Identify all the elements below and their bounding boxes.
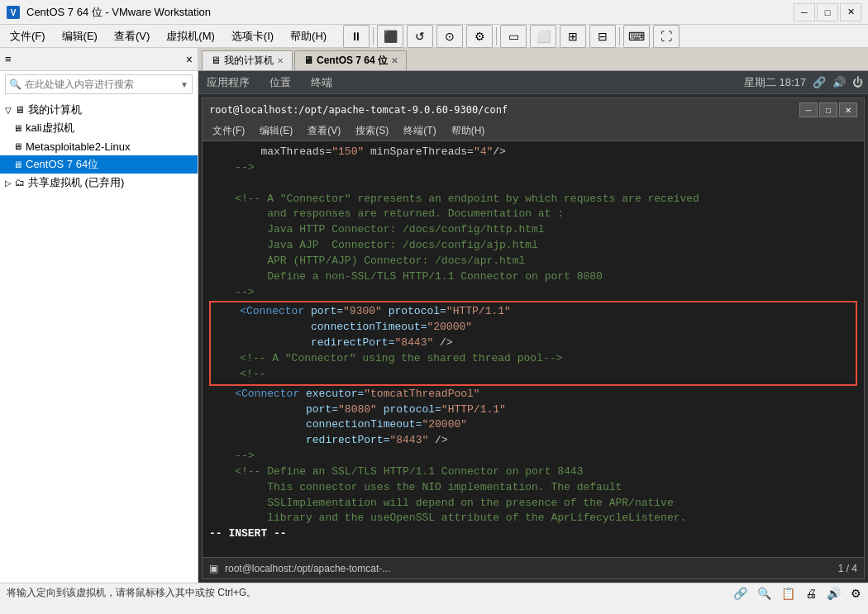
tab-label: CentOS 7 64 位 (317, 54, 388, 68)
code-line-connector-4: <!-- A "Connector" using the shared thre… (214, 351, 852, 367)
terminal-close[interactable]: ✕ (839, 102, 857, 117)
code-area[interactable]: maxThreads="150" minSpareThreads="4"/> -… (203, 141, 864, 557)
term-menu-help[interactable]: 帮助(H) (445, 122, 492, 140)
highlighted-connector-block: <Connector port="9300" protocol="HTTP/1.… (209, 301, 857, 385)
volume-icon: 🔊 (832, 76, 846, 88)
sidebar-search-box[interactable]: 🔍 ▼ (5, 74, 193, 94)
sidebar: ≡ × 🔍 ▼ ▽ 🖥 我的计算机 🖥 kali虚拟机 🖥 Metasploi (0, 48, 198, 583)
sidebar-item-centos[interactable]: 🖥 CentOS 7 64位 (0, 155, 198, 174)
sidebar-item-shared[interactable]: ▷ 🗂 共享虚拟机 (已弃用) (0, 174, 198, 192)
code-line-connector-5: <!-- (214, 367, 852, 383)
menu-edit[interactable]: 编辑(E) (55, 27, 104, 45)
term-menu-edit[interactable]: 编辑(E) (253, 122, 299, 140)
tab-centos[interactable]: 🖥 CentOS 7 64 位 ✕ (294, 50, 407, 70)
display2-button[interactable]: ⬜ (530, 25, 556, 48)
code-line-13: connectionTimeout="20000" (209, 417, 857, 433)
maximize-button[interactable]: □ (817, 3, 838, 21)
menu-view[interactable]: 查看(V) (107, 27, 156, 45)
status-time: 星期二 18:17 (744, 75, 806, 90)
tab-icon: 🖥 (211, 55, 221, 66)
code-line-2: --> (209, 160, 857, 176)
code-line-15: --> (209, 449, 857, 464)
expand-icon: ▽ (5, 106, 12, 115)
settings-icon[interactable]: ⚙ (851, 587, 861, 600)
display4-button[interactable]: ⊟ (589, 25, 616, 48)
snapshot-button[interactable]: ↺ (407, 25, 433, 48)
term-menu-search[interactable]: 搜索(S) (349, 122, 395, 140)
content-area: 🖥 我的计算机 ✕ 🖥 CentOS 7 64 位 ✕ 应用程序 位置 终端 星… (198, 48, 868, 583)
power-icon: ⏻ (852, 76, 863, 88)
tab-close-my-computer[interactable]: ✕ (277, 56, 284, 65)
menu-tab[interactable]: 选项卡(I) (225, 27, 280, 45)
tab-label: 我的计算机 (224, 54, 274, 68)
volume-icon2[interactable]: 🔊 (827, 587, 841, 600)
bottom-tip: 将输入定向到该虚拟机，请将鼠标移入其中或按 Ctrl+G。 (7, 586, 256, 600)
svg-text:V: V (11, 8, 17, 17)
printer-icon[interactable]: 🖨 (805, 587, 817, 600)
sidebar-item-label: 共享虚拟机 (已弃用) (28, 175, 124, 190)
menu-help[interactable]: 帮助(H) (284, 27, 333, 45)
sidebar-tree: ▽ 🖥 我的计算机 🖥 kali虚拟机 🖥 Metasploitable2-Li… (0, 98, 198, 195)
close-button[interactable]: ✕ (840, 3, 861, 21)
vm-toolbar-apps[interactable]: 应用程序 (203, 74, 253, 92)
code-line-12: port="8080" protocol="HTTP/1.1" (209, 402, 857, 418)
code-line-connector-1: <Connector port="9300" protocol="HTTP/1.… (214, 304, 852, 320)
console-button[interactable]: ⌨ (623, 25, 650, 48)
computer-icon: 🖥 (15, 104, 25, 116)
vm-icon: 🖥 (13, 159, 22, 169)
search-input[interactable] (25, 79, 177, 90)
sidebar-item-my-computer[interactable]: ▽ 🖥 我的计算机 (0, 101, 198, 119)
vm-icon: 🖥 (13, 141, 22, 151)
code-line-insert: -- INSERT -- (209, 526, 857, 542)
fullscreen-button[interactable]: ⛶ (653, 25, 680, 48)
vm-icon: 🖥 (13, 123, 22, 133)
code-line-19: library and the useOpenSSL attribute of … (209, 511, 857, 526)
terminal-minimize[interactable]: ─ (799, 102, 818, 117)
clone-button[interactable]: ⊙ (436, 25, 463, 48)
app-menubar: 文件(F) 编辑(E) 查看(V) 虚拟机(M) 选项卡(I) 帮助(H) ⏸ … (0, 25, 868, 48)
vm-toolbar-terminal[interactable]: 终端 (308, 74, 336, 92)
term-menu-view[interactable]: 查看(V) (301, 122, 347, 140)
sidebar-close[interactable]: × (186, 53, 193, 66)
window-title: CentOS 7 64 位 - VMware Workstation (26, 5, 787, 20)
clipboard-icon[interactable]: 📋 (781, 587, 795, 600)
network-icon2[interactable]: 🔗 (733, 587, 747, 600)
code-line-6: Java HTTP Connector: /docs/config/http.h… (209, 222, 857, 238)
tab-close-centos[interactable]: ✕ (391, 56, 398, 65)
tab-icon: 🖥 (303, 55, 313, 66)
term-menu-file[interactable]: 文件(F) (206, 122, 251, 140)
window-titlebar: V CentOS 7 64 位 - VMware Workstation ─ □… (0, 0, 868, 25)
terminal-statusbar: ▣ root@localhost:/opt/apache-tomcat-... … (203, 557, 864, 578)
send-input-button[interactable]: ⬛ (377, 25, 403, 48)
vm-toolbar-location[interactable]: 位置 (266, 74, 294, 92)
main-layout: ≡ × 🔍 ▼ ▽ 🖥 我的计算机 🖥 kali虚拟机 🖥 Metasploi (0, 48, 868, 583)
pause-button[interactable]: ⏸ (343, 25, 370, 48)
display-button[interactable]: ▭ (500, 25, 527, 48)
window-controls: ─ □ ✕ (794, 3, 861, 21)
search-dropdown-icon[interactable]: ▼ (180, 80, 188, 89)
shared-icon: 🗂 (15, 177, 25, 188)
vm-status: 星期二 18:17 🔗 🔊 ⏻ (744, 75, 863, 90)
minimize-button[interactable]: ─ (794, 3, 815, 21)
term-menu-terminal[interactable]: 终端(T) (397, 122, 442, 140)
terminal-title: root@localhost:/opt/apache-tomcat-9.0.60… (209, 104, 508, 116)
menu-vm[interactable]: 虚拟机(M) (160, 27, 222, 45)
terminal-maximize[interactable]: □ (819, 102, 837, 117)
tab-bar: 🖥 我的计算机 ✕ 🖥 CentOS 7 64 位 ✕ (198, 48, 868, 71)
menu-file[interactable]: 文件(F) (3, 27, 52, 45)
display3-button[interactable]: ⊞ (560, 25, 586, 48)
code-line-4: <!-- A "Connector" represents an endpoin… (209, 192, 857, 207)
tab-my-computer[interactable]: 🖥 我的计算机 ✕ (202, 50, 293, 70)
settings-button[interactable]: ⚙ (466, 25, 493, 48)
sidebar-item-kali[interactable]: 🖥 kali虚拟机 (0, 119, 198, 137)
code-line-10: --> (209, 285, 857, 301)
expand-icon: ▷ (5, 178, 12, 188)
code-line-connector-2: connectionTimeout="20000" (214, 320, 852, 336)
sidebar-item-label: 我的计算机 (28, 102, 82, 117)
search-icon2[interactable]: 🔍 (757, 587, 771, 600)
sidebar-item-meta[interactable]: 🖥 Metasploitable2-Linux (0, 137, 198, 155)
vm-toolbar: 应用程序 位置 终端 星期二 18:17 🔗 🔊 ⏻ (198, 71, 868, 94)
sidebar-header: ≡ × (0, 48, 198, 71)
sidebar-item-label: kali虚拟机 (26, 121, 74, 136)
terminal-menubar: 文件(F) 编辑(E) 查看(V) 搜索(S) 终端(T) 帮助(H) (203, 121, 864, 141)
